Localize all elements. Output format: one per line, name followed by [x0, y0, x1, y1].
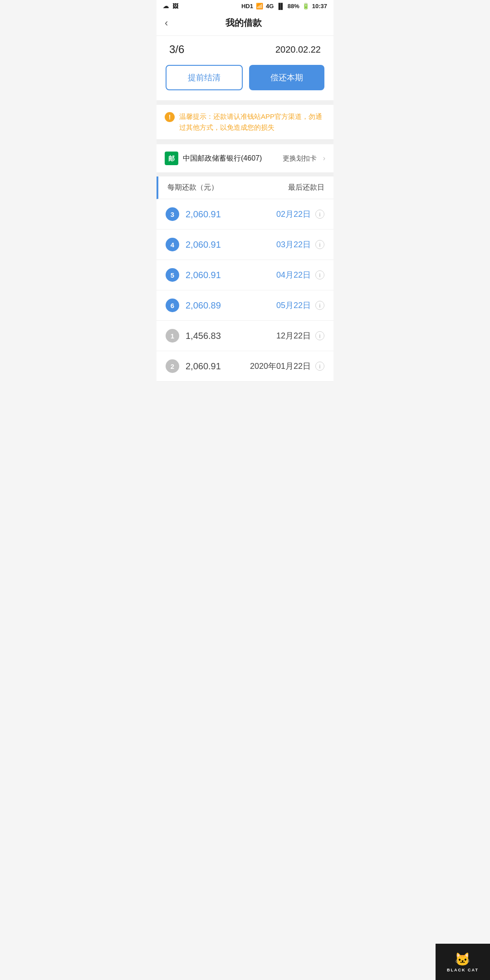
- installment-row: 52,060.9104月22日i: [157, 260, 333, 290]
- divider-2: [157, 140, 333, 144]
- early-settlement-button[interactable]: 提前结清: [166, 65, 243, 90]
- installment-row: 22,060.912020年01月22日i: [157, 351, 333, 382]
- bank-row[interactable]: 邮 中国邮政储蓄银行(4607) 更换划扣卡 ›: [157, 144, 333, 173]
- info-icon[interactable]: i: [315, 240, 324, 249]
- bank-logo-icon: 邮: [165, 152, 178, 165]
- status-bar: ☁ 🖼 HD1 📶 4G ▐▌ 88% 🔋 10:37: [157, 0, 333, 12]
- installment-date: 2020年01月22日: [250, 361, 311, 372]
- cloud-icon: ☁: [163, 3, 169, 10]
- period-badge: 2: [166, 359, 179, 373]
- next-payment-date: 2020.02.22: [275, 44, 321, 55]
- top-info-section: 3/6 2020.02.22: [157, 36, 333, 65]
- divider-3: [157, 173, 333, 176]
- wifi-icon: 📶: [256, 3, 263, 10]
- installment-row: 42,060.9103月22日i: [157, 230, 333, 260]
- installment-amount: 2,060.91: [186, 209, 276, 220]
- date-info: 2020.02.22: [275, 44, 321, 55]
- installment-amount: 2,060.91: [186, 270, 276, 280]
- signal-icon: ▐▌: [276, 3, 284, 10]
- battery-icon: 🔋: [302, 3, 309, 10]
- installments-list: 32,060.9102月22日i42,060.9103月22日i52,060.9…: [157, 199, 333, 382]
- page-title: 我的借款: [175, 17, 312, 29]
- chevron-right-icon: ›: [323, 154, 325, 162]
- installment-date: 12月22日: [276, 330, 311, 341]
- notice-text: 温馨提示：还款请认准钱站APP官方渠道，勿通过其他方式，以免造成您的损失: [179, 111, 325, 133]
- installment-date: 04月22日: [276, 270, 311, 280]
- installment-date: 03月22日: [276, 239, 311, 250]
- bank-name: 中国邮政储蓄银行(4607): [183, 154, 278, 163]
- change-card-button[interactable]: 更换划扣卡: [283, 154, 317, 163]
- info-icon[interactable]: i: [315, 270, 324, 279]
- installment-amount: 2,060.89: [186, 300, 276, 311]
- hd-indicator: HD1: [241, 3, 253, 10]
- image-icon: 🖼: [172, 3, 178, 10]
- 4g-icon: 4G: [266, 3, 274, 10]
- progress-info: 3/6: [169, 43, 184, 56]
- svg-text:邮: 邮: [168, 155, 175, 162]
- progress-value: 3/6: [169, 43, 184, 56]
- period-badge: 1: [166, 329, 179, 343]
- pay-current-period-button[interactable]: 偿还本期: [249, 65, 324, 90]
- installment-date: 05月22日: [276, 300, 311, 311]
- info-icon[interactable]: i: [315, 362, 324, 371]
- notice-icon: !: [165, 112, 175, 122]
- status-left-icons: ☁ 🖼: [163, 3, 178, 10]
- battery-level: 88%: [288, 3, 299, 10]
- installment-row: 11,456.8312月22日i: [157, 321, 333, 351]
- info-icon[interactable]: i: [315, 210, 324, 219]
- header: ‹ 我的借款: [157, 12, 333, 36]
- info-icon[interactable]: i: [315, 331, 324, 340]
- installment-amount: 1,456.83: [186, 331, 276, 341]
- info-icon[interactable]: i: [315, 301, 324, 310]
- table-header: 每期还款（元） 最后还款日: [157, 176, 333, 199]
- period-badge: 6: [166, 299, 179, 312]
- period-badge: 5: [166, 268, 179, 282]
- column-header-date: 最后还款日: [288, 183, 324, 192]
- back-button[interactable]: ‹: [165, 17, 175, 29]
- installment-row: 32,060.9102月22日i: [157, 199, 333, 230]
- installment-row: 62,060.8905月22日i: [157, 290, 333, 321]
- column-header-amount: 每期还款（元）: [167, 183, 218, 192]
- clock: 10:37: [312, 3, 327, 10]
- notice-section: ! 温馨提示：还款请认准钱站APP官方渠道，勿通过其他方式，以免造成您的损失: [157, 105, 333, 140]
- period-badge: 3: [166, 207, 179, 221]
- divider-1: [157, 100, 333, 105]
- installment-date: 02月22日: [276, 209, 311, 220]
- period-badge: 4: [166, 238, 179, 251]
- installment-amount: 2,060.91: [186, 240, 276, 250]
- action-buttons: 提前结清 偿还本期: [157, 65, 333, 100]
- installment-amount: 2,060.91: [186, 361, 250, 372]
